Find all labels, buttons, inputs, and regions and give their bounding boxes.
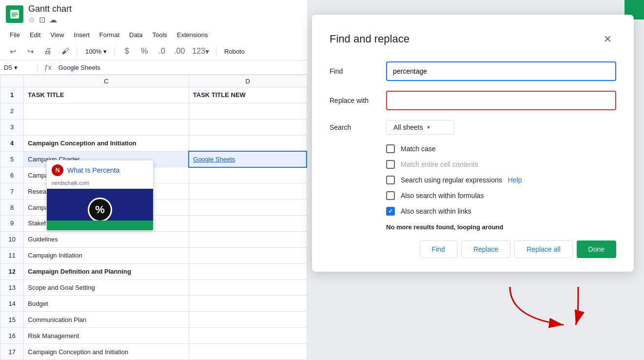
cell-link[interactable]: Google Sheets <box>193 156 235 163</box>
cell-d[interactable] <box>189 216 307 232</box>
row-number[interactable]: 4 <box>0 135 24 151</box>
cell-c[interactable]: Campaign Conception and Initiation <box>24 344 189 360</box>
paint-format-button[interactable]: 🖌 <box>59 44 72 58</box>
row-number[interactable]: 6 <box>0 167 24 183</box>
row-number[interactable]: 1 <box>0 87 24 103</box>
cell-d[interactable] <box>189 247 307 263</box>
find-input[interactable] <box>386 61 616 81</box>
match-case-label: Match case <box>401 145 436 153</box>
print-button[interactable]: 🖨 <box>41 44 55 58</box>
row-number[interactable]: 2 <box>0 103 24 119</box>
table-row: 16Risk Management <box>0 328 307 344</box>
cell-d[interactable] <box>189 200 307 216</box>
row-number[interactable]: 8 <box>0 200 24 216</box>
row-number[interactable]: 13 <box>0 280 24 296</box>
cell-c[interactable] <box>24 103 189 119</box>
row-number[interactable]: 15 <box>0 312 24 328</box>
cell-c[interactable]: Campaign Initiation <box>24 247 189 263</box>
cell-c[interactable]: Campaign Conception and Initiation <box>24 135 189 151</box>
cell-d[interactable] <box>189 167 307 183</box>
folder-icon[interactable]: ⊡ <box>39 15 45 24</box>
match-entire-checkbox[interactable] <box>386 160 395 169</box>
cell-d[interactable]: Google Sheets <box>189 151 307 167</box>
toolbar-divider-1 <box>77 46 78 56</box>
cell-d[interactable] <box>189 344 307 360</box>
cell-d[interactable]: TASK TITLE NEW <box>189 87 307 103</box>
regex-checkbox[interactable] <box>386 176 395 184</box>
row-number[interactable]: 5 <box>0 151 24 167</box>
menu-tools[interactable]: Tools <box>148 29 171 40</box>
cell-d[interactable] <box>189 263 307 280</box>
cell-d[interactable] <box>189 103 307 119</box>
cell-c[interactable]: Campaign Definition and Planning <box>24 263 189 280</box>
cell-c[interactable] <box>24 119 189 135</box>
row-number[interactable]: 12 <box>0 263 24 280</box>
cell-c[interactable]: Budget <box>24 296 189 312</box>
decimal0-button[interactable]: .0 <box>155 44 169 58</box>
find-button[interactable]: Find <box>420 240 457 258</box>
svg-rect-2 <box>12 14 18 15</box>
menu-view[interactable]: View <box>46 29 68 40</box>
cell-c[interactable]: Communication Plan <box>24 312 189 328</box>
svg-rect-3 <box>12 16 16 17</box>
table-row: 15Communication Plan <box>0 312 307 328</box>
cell-d[interactable] <box>189 296 307 312</box>
menu-format[interactable]: Format <box>96 29 123 40</box>
match-case-checkbox[interactable] <box>386 144 395 153</box>
row-number[interactable]: 14 <box>0 296 24 312</box>
cell-d[interactable] <box>189 280 307 296</box>
cell-d[interactable] <box>189 183 307 200</box>
format123-button[interactable]: 123 ▾ <box>190 44 211 58</box>
percent-button[interactable]: % <box>137 44 151 58</box>
close-button[interactable]: ✕ <box>599 30 616 48</box>
cell-c[interactable]: Scope and Goal Setting <box>24 280 189 296</box>
menu-insert[interactable]: Insert <box>70 29 94 40</box>
zoom-arrow-icon: ▾ <box>103 48 107 55</box>
formula-content[interactable]: Google Sheets <box>59 64 303 71</box>
row-number[interactable]: 16 <box>0 328 24 344</box>
cell-d[interactable] <box>189 135 307 151</box>
row-number[interactable]: 9 <box>0 216 24 232</box>
checkbox-regex: Search using regular expressions Help <box>386 176 616 184</box>
menu-file[interactable]: File <box>6 29 24 40</box>
checkbox-formulas: Also search within formulas <box>386 191 616 200</box>
table-row: 14Budget <box>0 296 307 312</box>
cell-d[interactable] <box>189 119 307 135</box>
table-row: 1TASK TITLETASK TITLE NEW <box>0 87 307 103</box>
regex-help-link[interactable]: Help <box>508 176 522 184</box>
row-number[interactable]: 11 <box>0 247 24 263</box>
cell-d[interactable] <box>189 312 307 328</box>
menu-edit[interactable]: Edit <box>26 29 44 40</box>
replace-input[interactable] <box>386 91 616 110</box>
row-number[interactable]: 17 <box>0 344 24 360</box>
formulas-checkbox[interactable] <box>386 191 395 200</box>
row-number[interactable]: 3 <box>0 119 24 135</box>
cell-d[interactable] <box>189 328 307 344</box>
row-number[interactable]: 7 <box>0 183 24 200</box>
row-number[interactable]: 10 <box>0 231 24 247</box>
redo-button[interactable]: ↪ <box>23 44 37 58</box>
replace-button[interactable]: Replace <box>461 240 510 258</box>
menu-extensions[interactable]: Extensions <box>173 29 212 40</box>
replace-all-button[interactable]: Replace all <box>514 240 572 258</box>
cell-d[interactable] <box>189 231 307 247</box>
cloud-icon[interactable]: ☁ <box>49 15 57 24</box>
grid-container: C D 1TASK TITLETASK TITLE NEW234Campaign… <box>0 75 307 360</box>
cell-c[interactable]: Guidelines <box>24 231 189 247</box>
links-checkbox[interactable] <box>386 207 395 216</box>
currency-button[interactable]: $ <box>120 44 134 58</box>
cell-c[interactable]: TASK TITLE <box>24 87 189 103</box>
cell-c[interactable]: Risk Management <box>24 328 189 344</box>
decimal2-button[interactable]: .00 <box>173 44 186 58</box>
cell-reference[interactable]: D5 ▾ <box>4 64 33 71</box>
menu-data[interactable]: Data <box>125 29 146 40</box>
col-header-d[interactable]: D <box>189 75 307 87</box>
undo-button[interactable]: ↩ <box>6 44 20 58</box>
spreadsheet-area: Gantt chart ☆ ⊡ ☁ File Edit View Insert … <box>0 0 307 360</box>
zoom-control[interactable]: 100% ▾ <box>82 47 110 56</box>
col-header-c[interactable]: C <box>24 75 189 87</box>
font-selector[interactable]: Roboto <box>221 47 248 56</box>
star-icon[interactable]: ☆ <box>28 15 35 24</box>
search-select[interactable]: All sheets ▾ <box>386 120 454 135</box>
done-button[interactable]: Done <box>577 240 616 258</box>
